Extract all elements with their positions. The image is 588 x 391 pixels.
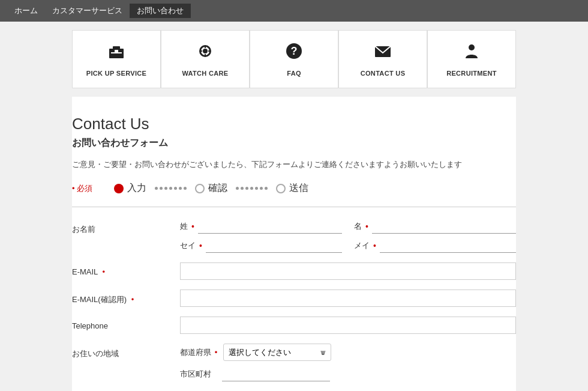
prefecture-row: 都道府県 • 選択してください 北海道青森県岩手県 宮城県秋田県山形県 福島県茨… <box>180 344 516 361</box>
service-item-watchcare[interactable]: WATCH CARE <box>161 30 250 88</box>
step3-dot <box>276 184 286 193</box>
page-description: ご意見・ご要望・お問い合わせがございましたら、下記フォームよりご連絡くださいます… <box>72 159 516 170</box>
service-label-watchcare: WATCH CARE <box>182 70 228 77</box>
mei-kana-required: • <box>373 241 376 250</box>
page-title: Contact Us <box>72 115 516 133</box>
sei-group: 姓 • <box>180 219 342 234</box>
email-label: E-MAIL • <box>72 262 180 276</box>
mei-kana-group: メイ • <box>354 238 516 253</box>
mei-input[interactable] <box>372 219 516 234</box>
prefecture-select[interactable]: 選択してください 北海道青森県岩手県 宮城県秋田県山形県 福島県茨城県栃木県 群… <box>223 344 331 361</box>
step1-label: 入力 <box>127 182 146 195</box>
service-item-faq[interactable]: ? FAQ <box>250 30 338 88</box>
service-item-contact[interactable]: CONTACT US <box>338 30 427 88</box>
sei-input[interactable] <box>198 219 342 234</box>
mei-group: 名 • <box>354 219 516 234</box>
step1-dot <box>114 184 124 193</box>
breadcrumb-contact[interactable]: お問い合わせ <box>130 4 191 18</box>
email-confirm-row: E-MAIL(確認用) • <box>72 289 516 307</box>
telephone-fields <box>180 317 516 334</box>
breadcrumb-home[interactable]: ホーム <box>7 4 45 18</box>
address-fields: 都道府県 • 選択してください 北海道青森県岩手県 宮城県秋田県山形県 福島県茨… <box>180 344 516 381</box>
email-confirm-fields <box>180 289 516 307</box>
sei-kana-label: セイ <box>180 240 196 251</box>
city-input[interactable] <box>222 367 330 381</box>
step2-label: 確認 <box>208 182 227 195</box>
main-content: Contact Us お問い合わせフォーム ご意見・ご要望・お問い合わせがござい… <box>0 97 588 391</box>
last-first-name-row: 姓 • 名 • <box>180 219 516 234</box>
mei-label: 名 <box>354 221 362 232</box>
service-label-recruitment: RECRUITMENT <box>446 70 497 77</box>
sei-label: 姓 <box>180 221 188 232</box>
telephone-label: Telephone <box>72 317 180 330</box>
svg-rect-8 <box>205 54 206 56</box>
city-label: 市区町村 <box>180 369 216 380</box>
page-subtitle: お問い合わせフォーム <box>72 137 516 150</box>
name-label: お名前 <box>72 219 180 235</box>
sei-kana-group: セイ • <box>180 238 342 253</box>
pickup-icon <box>107 41 126 65</box>
region-label: お住いの地域 <box>72 344 180 359</box>
email-row: E-MAIL • <box>72 262 516 280</box>
form-divider <box>72 207 516 207</box>
step2-connector <box>236 187 268 190</box>
svg-rect-1 <box>113 46 120 50</box>
service-label-contact: CONTACT US <box>361 70 406 77</box>
name-row: お名前 姓 • 名 • <box>72 219 516 253</box>
city-row: 市区町村 <box>180 367 516 381</box>
service-label-pickup: PICK UP SERVICE <box>86 70 147 77</box>
sei-kana-required: • <box>199 241 202 250</box>
svg-rect-10 <box>208 50 210 52</box>
email-confirm-label: E-MAIL(確認用) • <box>72 289 180 305</box>
breadcrumb-customer-service[interactable]: カスタマーサービス <box>45 4 130 18</box>
name-fields: 姓 • 名 • セイ • <box>180 219 516 253</box>
svg-point-14 <box>469 44 475 50</box>
service-item-recruitment[interactable]: RECRUITMENT <box>427 30 516 88</box>
contact-icon <box>373 41 392 65</box>
email-input[interactable] <box>180 262 516 280</box>
region-row: お住いの地域 都道府県 • 選択してください 北海道青森県岩手県 宮城県秋田県山… <box>72 344 516 381</box>
service-label-faq: FAQ <box>287 70 301 77</box>
mei-kana-label: メイ <box>354 240 370 251</box>
mei-required: • <box>365 222 368 231</box>
step1-connector <box>155 187 187 190</box>
svg-text:?: ? <box>291 45 298 57</box>
mei-kana-input[interactable] <box>380 238 516 253</box>
sei-kana-input[interactable] <box>206 238 342 253</box>
telephone-row: Telephone <box>72 317 516 334</box>
required-label: 必須 <box>72 183 92 194</box>
svg-rect-9 <box>200 50 202 52</box>
faq-icon: ? <box>284 41 304 65</box>
contact-form: お名前 姓 • 名 • <box>72 219 516 381</box>
svg-rect-2 <box>111 52 122 53</box>
recruitment-icon <box>462 41 481 65</box>
step3-label: 送信 <box>289 182 308 195</box>
svg-rect-7 <box>205 46 206 48</box>
prefecture-select-wrapper: 選択してください 北海道青森県岩手県 宮城県秋田県山形県 福島県茨城県栃木県 群… <box>223 344 331 361</box>
step-indicator: 必須 入力 確認 送信 <box>72 182 516 195</box>
service-nav: PICK UP SERVICE WATCH CARE ? <box>0 22 588 97</box>
telephone-input[interactable] <box>180 317 516 334</box>
prefecture-label: 都道府県 • <box>180 347 217 358</box>
breadcrumb: ホーム カスタマーサービス お問い合わせ <box>0 0 588 22</box>
email-confirm-input[interactable] <box>180 289 516 307</box>
watchcare-icon <box>196 41 215 65</box>
step2-dot <box>195 184 205 193</box>
svg-point-6 <box>203 49 208 53</box>
sei-required: • <box>191 222 194 231</box>
service-item-pickup[interactable]: PICK UP SERVICE <box>72 30 161 88</box>
svg-rect-3 <box>115 50 118 52</box>
email-fields <box>180 262 516 280</box>
kana-name-row: セイ • メイ • <box>180 238 516 253</box>
